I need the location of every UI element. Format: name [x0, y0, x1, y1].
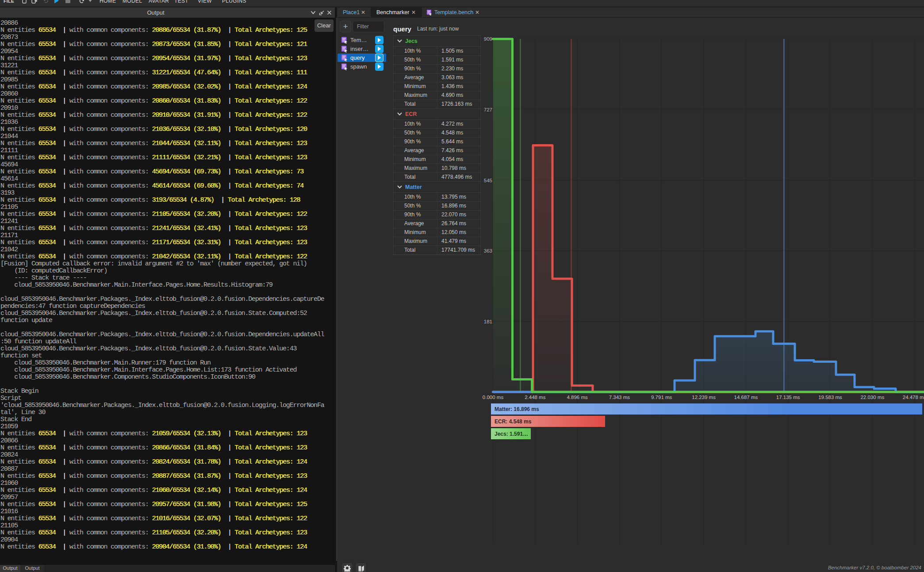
svg-text:24.478 ms: 24.478 ms: [903, 395, 924, 400]
svg-text:12.239 ms: 12.239 ms: [692, 395, 716, 400]
svg-text:Jecs: 1.591…: Jecs: 1.591…: [495, 431, 528, 437]
svg-text:4.896 ms: 4.896 ms: [567, 395, 588, 400]
svg-text:0.000 ms: 0.000 ms: [483, 395, 504, 400]
svg-text:909: 909: [484, 36, 492, 42]
svg-text:181: 181: [484, 319, 492, 324]
svg-text:9.791 ms: 9.791 ms: [651, 395, 672, 400]
svg-text:22.030 ms: 22.030 ms: [860, 395, 884, 400]
svg-text:ECR: 4.548 ms: ECR: 4.548 ms: [495, 418, 532, 425]
svg-text:14.687 ms: 14.687 ms: [734, 395, 758, 400]
svg-text:545: 545: [484, 178, 492, 183]
svg-text:7.343 ms: 7.343 ms: [609, 395, 630, 400]
svg-text:17.135 ms: 17.135 ms: [776, 395, 800, 400]
svg-text:727: 727: [484, 107, 492, 112]
svg-text:Matter: 16.896 ms: Matter: 16.896 ms: [495, 406, 539, 412]
svg-text:363: 363: [484, 248, 492, 253]
svg-text:2.448 ms: 2.448 ms: [525, 395, 546, 400]
svg-text:19.583 ms: 19.583 ms: [818, 395, 842, 400]
